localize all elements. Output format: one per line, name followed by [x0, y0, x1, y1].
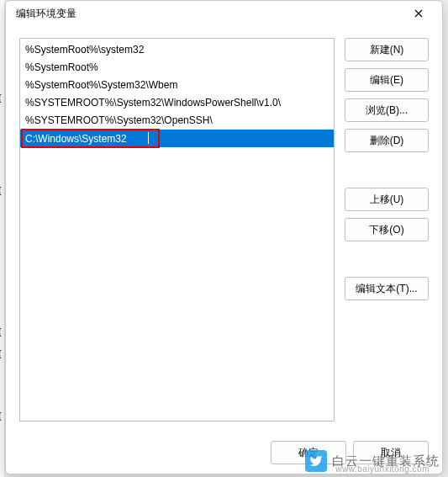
environment-variable-dialog: 编辑环境变量 %SystemRoot%\system32 %SystemRoot… — [5, 0, 443, 474]
list-inner: %SystemRoot%\system32 %SystemRoot% %Syst… — [20, 39, 334, 150]
list-item[interactable]: %SystemRoot%\system32 — [20, 41, 334, 59]
dialog-footer: 确定 取消 — [6, 432, 442, 474]
list-item[interactable]: %SystemRoot% — [20, 59, 334, 77]
list-item[interactable]: %SYSTEMROOT%\System32\WindowsPowerShell\… — [20, 94, 334, 112]
spacer — [345, 248, 429, 270]
list-item-selected[interactable] — [20, 130, 334, 147]
delete-button[interactable]: 删除(D) — [345, 129, 429, 152]
movedown-button[interactable]: 下移(O) — [345, 218, 429, 241]
browse-button[interactable]: 浏览(B)... — [345, 98, 429, 122]
spacer — [345, 159, 429, 181]
list-item[interactable]: %SystemRoot%\System32\Wbem — [20, 77, 334, 94]
inline-edit-input[interactable] — [24, 130, 154, 146]
cancel-button[interactable]: 取消 — [353, 441, 429, 464]
titlebar: 编辑环境变量 — [6, 1, 442, 26]
close-icon — [414, 9, 423, 18]
ok-button[interactable]: 确定 — [271, 441, 346, 464]
new-button[interactable]: 新建(N) — [345, 38, 429, 61]
moveup-button[interactable]: 上移(U) — [345, 188, 429, 211]
text-caret — [148, 132, 149, 144]
close-button[interactable] — [402, 1, 435, 26]
dialog-content: %SystemRoot%\system32 %SystemRoot% %Syst… — [6, 26, 442, 432]
edit-button[interactable]: 编辑(E) — [345, 68, 429, 92]
window-title: 编辑环境变量 — [16, 7, 402, 21]
path-listbox[interactable]: %SystemRoot%\system32 %SystemRoot% %Syst… — [19, 38, 335, 421]
list-item[interactable]: %SYSTEMROOT%\System32\OpenSSH\ — [20, 112, 334, 130]
edittext-button[interactable]: 编辑文本(T)... — [345, 277, 429, 300]
button-column: 新建(N) 编辑(E) 浏览(B)... 删除(D) 上移(U) 下移(O) 编… — [345, 38, 429, 421]
